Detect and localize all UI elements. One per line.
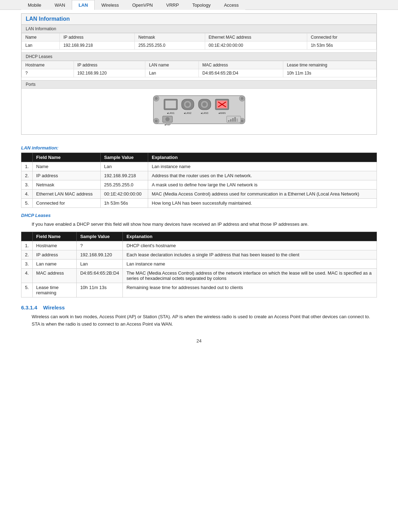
wireless-section-label: Wireless	[43, 305, 65, 310]
table-row: 3.Netmask255.255.255.0A mask used to def…	[21, 180, 377, 190]
svg-rect-32	[234, 117, 236, 122]
nav-tabs: MobileWANLANWirelessOpenVPNVRRPTopologyA…	[0, 0, 398, 10]
svg-point-8	[241, 120, 244, 122]
svg-rect-30	[230, 119, 232, 122]
dhcp-section-header: DHCP Leases	[21, 52, 377, 61]
nav-tab-wan[interactable]: WAN	[48, 0, 72, 10]
table-row: 5.Lease time remaining10h 11m 13sRemaini…	[21, 283, 377, 297]
svg-point-18	[202, 102, 207, 107]
svg-text:●PAP: ●PAP	[164, 123, 171, 126]
svg-text:●LAN2: ●LAN2	[184, 112, 191, 114]
panel-title-bar: LAN Information	[21, 14, 377, 25]
dhcp-info-table: HostnameIP addressLAN nameMAC addressLea…	[21, 61, 377, 77]
screenshot-panel: LAN Information LAN Information NameIP a…	[21, 13, 377, 135]
svg-point-14	[185, 102, 190, 107]
nav-tab-access[interactable]: Access	[217, 0, 245, 10]
dhcp-description: If you have enabled a DHCP server this f…	[32, 221, 377, 228]
nav-tab-wireless[interactable]: Wireless	[95, 0, 126, 10]
lan-info-data-table: Field NameSample ValueExplanation 1.Name…	[21, 153, 377, 208]
ports-diagram-area: ●LAN1 ●LAN2 ●LAN3 ●WAN ●PAP	[21, 89, 377, 134]
svg-rect-33	[236, 118, 238, 122]
table-row: 1.Hostname?DHCP client's hostname	[21, 241, 377, 250]
lan-info-table: NameIP addressNetmaskEthernet MAC addres…	[21, 33, 377, 50]
panel-title: LAN Information	[26, 16, 70, 22]
table-row: 4.MAC addressD4:85:64:65:2B:D4The MAC (M…	[21, 268, 377, 283]
svg-point-26	[165, 117, 170, 121]
svg-point-6	[155, 120, 158, 122]
table-row: 5.Connected for1h 53m 56sHow long LAN ha…	[21, 199, 377, 208]
svg-text:●LAN1: ●LAN1	[167, 112, 175, 114]
svg-point-4	[241, 97, 244, 100]
wireless-section: 6.3.1.4 Wireless Wireless can work in tw…	[21, 305, 377, 328]
svg-rect-29	[228, 120, 229, 122]
ports-diagram: ●LAN1 ●LAN2 ●LAN3 ●WAN ●PAP	[132, 92, 266, 131]
nav-tab-openvpn[interactable]: OpenVPN	[126, 0, 160, 10]
wireless-description: Wireless can work in two modes, Access P…	[32, 313, 377, 328]
svg-rect-31	[232, 118, 234, 122]
dhcp-label: DHCP Leases	[21, 213, 377, 218]
table-row: 3.Lan nameLanLan instance name	[21, 259, 377, 268]
lan-info-label: LAN information:	[21, 145, 377, 150]
wireless-section-number: 6.3.1.4	[21, 305, 37, 310]
svg-rect-10	[165, 101, 176, 108]
table-row: 2.IP address192.168.99.120Each lease dec…	[21, 250, 377, 259]
nav-tab-mobile[interactable]: Mobile	[21, 0, 48, 10]
table-row: 4.Ethernet LAN MAC address00:1E:42:00:00…	[21, 190, 377, 199]
table-row: 2.IP address192.168.99.218Address that t…	[21, 171, 377, 180]
main-content: LAN information: Field NameSample ValueE…	[0, 138, 398, 347]
table-row: Lan192.168.99.218255.255.255.000:1E:42:0…	[22, 41, 377, 50]
nav-tab-lan[interactable]: LAN	[72, 0, 95, 10]
page-number: 24	[21, 338, 377, 344]
ports-section-header: Ports	[21, 80, 377, 89]
nav-tab-topology[interactable]: Topology	[185, 0, 217, 10]
nav-tab-vrrp[interactable]: VRRP	[159, 0, 185, 10]
svg-text:●WAN: ●WAN	[218, 112, 225, 114]
table-row: 1.NameLanLan instance name	[21, 162, 377, 171]
lan-section-header: LAN Information	[21, 25, 377, 33]
table-row: ?192.168.99.120LanD4:85:64:65:2B:D410h 1…	[22, 69, 377, 77]
svg-point-2	[155, 97, 158, 100]
wireless-title: 6.3.1.4 Wireless	[21, 305, 377, 310]
dhcp-data-table: Field NameSample ValueExplanation 1.Host…	[21, 232, 377, 297]
svg-text:●LAN3: ●LAN3	[201, 112, 208, 114]
